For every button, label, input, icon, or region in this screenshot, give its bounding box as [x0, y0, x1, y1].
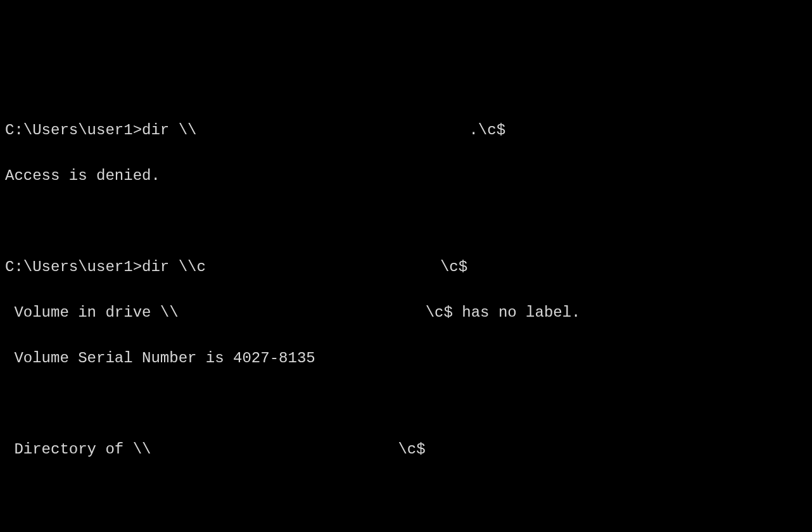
- cmd-line-1: C:\Users\user1>dir \\ .\c$: [5, 119, 807, 142]
- cmd-line-2: C:\Users\user1>dir \\c \c$: [5, 256, 807, 279]
- command-pre: dir \\: [142, 122, 196, 139]
- volume-serial-line: Volume Serial Number is 4027-8135: [5, 347, 807, 370]
- directory-of-line: Directory of \\ \c$: [5, 438, 807, 461]
- error-line: Access is denied.: [5, 165, 807, 187]
- redacted-host: [196, 119, 469, 142]
- redacted-host: [179, 301, 426, 324]
- command-pre: dir \\c: [142, 258, 206, 276]
- volume-post: \c$ has no label.: [426, 304, 581, 321]
- dir-entry: 09/08/2021 18:45 <DIR> 8daf17de68e6239f2…: [5, 529, 807, 532]
- volume-pre: Volume in drive \\: [5, 304, 179, 321]
- command-post: \c$: [440, 258, 467, 276]
- terminal-output[interactable]: C:\Users\user1>dir \\ .\c$ Access is den…: [5, 96, 807, 532]
- command-post: .\c$: [469, 122, 505, 139]
- dirof-post: \c$: [398, 441, 425, 458]
- dirof-pre: Directory of \\: [5, 441, 151, 458]
- blank-line: [5, 484, 807, 507]
- blank-line: [5, 393, 807, 415]
- blank-line: [5, 210, 807, 233]
- volume-label-line: Volume in drive \\ \c$ has no label.: [5, 301, 807, 324]
- redacted-host: [206, 256, 440, 279]
- prompt: C:\Users\user1>: [5, 122, 142, 139]
- prompt: C:\Users\user1>: [5, 258, 142, 276]
- redacted-host: [151, 438, 398, 461]
